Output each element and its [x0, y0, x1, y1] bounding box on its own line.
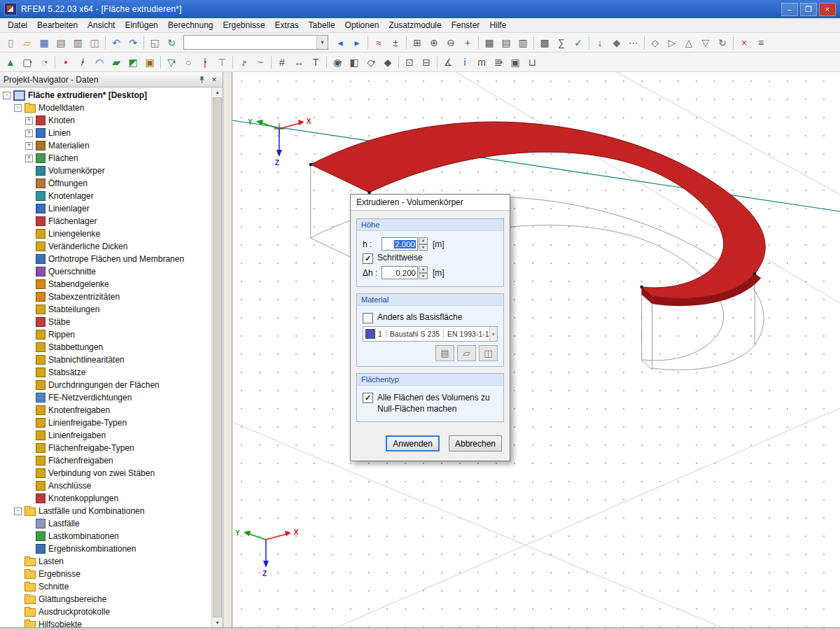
- tree-item-knotenkopplungen[interactable]: Knotenkopplungen: [0, 492, 211, 505]
- tree-item-schnitte[interactable]: Schnitte: [0, 580, 211, 593]
- tree-item-fe-netzverdichtungen[interactable]: FE-Netzverdichtungen: [0, 391, 211, 404]
- material-combobox[interactable]: 1 Baustahl S 235 EN 1993-1-1 ▾: [363, 326, 498, 342]
- expand-icon[interactable]: +: [25, 142, 33, 150]
- collapse-icon[interactable]: -: [14, 104, 22, 112]
- visibilities-button[interactable]: ◉▾: [329, 54, 346, 71]
- tree-item-flaechen[interactable]: +Flächen: [0, 152, 211, 164]
- isometric-view-button[interactable]: ◇: [647, 34, 664, 51]
- tree-item-linien[interactable]: +Linien: [0, 127, 211, 139]
- calculation-button[interactable]: ∑: [553, 34, 570, 51]
- copy-button[interactable]: ◫: [86, 34, 103, 51]
- menu-tabelle[interactable]: Tabelle: [304, 19, 340, 31]
- dialog-title[interactable]: Extrudieren - Volumenkörper: [351, 195, 510, 211]
- null-surfaces-checkbox[interactable]: Alle Flächen des Volumens zu Null-Fläche…: [363, 392, 498, 414]
- deselect-all-button[interactable]: ⊟: [418, 54, 435, 71]
- select-objects-button[interactable]: ▢▾: [19, 54, 36, 71]
- tree-item-stabnichtlinearitaeten[interactable]: Stabnichtlinearitäten: [0, 354, 211, 366]
- menu-ansicht[interactable]: Ansicht: [83, 19, 120, 31]
- tree-item-stabbettungen[interactable]: Stabbettungen: [0, 341, 211, 354]
- step-input[interactable]: 0.200: [382, 266, 418, 279]
- rotate-view-button[interactable]: ↻: [714, 34, 731, 51]
- maximize-view-button[interactable]: ⊔: [524, 54, 540, 71]
- tree-item-staebe[interactable]: Stäbe: [0, 316, 211, 328]
- tree-item-stabexzentrizitaeten[interactable]: Stabexzentrizitäten: [0, 290, 211, 303]
- tree-item-knotenlager[interactable]: Knotenlager: [0, 190, 211, 202]
- scroll-thumb[interactable]: [213, 97, 222, 617]
- insert-node-button[interactable]: •: [57, 54, 74, 71]
- tree-item-knoten[interactable]: +Knoten: [0, 114, 211, 127]
- apply-button[interactable]: Anwenden: [386, 435, 440, 451]
- view-in-z-button[interactable]: ▽: [697, 34, 714, 51]
- tree-item-glaettungsbereiche[interactable]: Glättungsbereiche: [0, 593, 211, 606]
- scroll-up-icon[interactable]: ▴: [216, 88, 218, 97]
- different-material-checkbox[interactable]: Anders als Basisfläche: [363, 312, 498, 323]
- insert-line-hinge-button[interactable]: ○: [180, 54, 197, 71]
- checkbox-icon[interactable]: [363, 253, 373, 264]
- checkbox-icon[interactable]: [363, 393, 373, 403]
- comment-button[interactable]: T: [307, 54, 324, 71]
- dimensioning-button[interactable]: ↔: [290, 54, 307, 71]
- height-input[interactable]: 2.000: [382, 237, 418, 251]
- dropdown-arrow-icon[interactable]: ▾: [29, 59, 32, 65]
- menu-hilfe[interactable]: Hilfe: [484, 19, 511, 31]
- tree-item-ergebniskombinationen[interactable]: Ergebniskombinationen: [0, 542, 211, 555]
- insert-surface-button[interactable]: ▰▾: [108, 54, 125, 71]
- tree-item-verbindung-von-zwei-staeben[interactable]: Verbindung von zwei Stäben: [0, 467, 211, 479]
- new-window-button[interactable]: ◱: [146, 34, 163, 51]
- zoom-window-button[interactable]: ⊞: [409, 34, 426, 51]
- tree-item-durchdringungen-der-flaechen[interactable]: Durchdringungen der Flächen: [0, 379, 211, 391]
- loadcase-combobox[interactable]: ▾: [183, 35, 328, 50]
- insert-line-button[interactable]: /▾: [74, 54, 91, 71]
- menu-extras[interactable]: Extras: [270, 19, 304, 31]
- tree-item-knotenfreigaben[interactable]: Knotenfreigaben: [0, 404, 211, 416]
- tree-item-lasten[interactable]: Lasten: [0, 555, 211, 568]
- dropdown-arrow-icon[interactable]: ▾: [500, 59, 503, 65]
- tree-scrollbar[interactable]: ▴ ▾: [211, 88, 223, 627]
- tree-item-rippen[interactable]: Rippen: [0, 328, 211, 341]
- view-in-y-button[interactable]: △: [680, 34, 697, 51]
- tree-item-stabsaetze[interactable]: Stabsätze: [0, 366, 211, 379]
- show-tables-button[interactable]: ▦: [481, 34, 498, 51]
- tree-item-ergebnisse[interactable]: Ergebnisse: [0, 568, 211, 580]
- print-preview-button[interactable]: ▥: [69, 34, 86, 51]
- insert-arc-button[interactable]: ◠: [91, 54, 108, 71]
- screenshot-button[interactable]: ▣: [507, 54, 524, 71]
- menu-einfuegen[interactable]: Einfügen: [120, 19, 162, 31]
- tree-item-orthotrope-flaechen-und-membranen[interactable]: Orthotrope Flächen und Membranen: [0, 253, 211, 265]
- dropdown-arrow-icon[interactable]: ▾: [204, 59, 207, 65]
- tree-item-flaechenlager[interactable]: Flächenlager: [0, 215, 211, 227]
- menu-zusatzmodule[interactable]: Zusatzmodule: [384, 19, 446, 31]
- result-values-button[interactable]: ±: [387, 34, 404, 51]
- expand-icon[interactable]: +: [25, 155, 33, 162]
- panel-splitter[interactable]: [223, 72, 232, 627]
- tree-item-flaeche-extrudieren-desktop[interactable]: -Fläche extrudieren* [Desktop]: [0, 89, 211, 102]
- tree-item-hilfsobjekte[interactable]: Hilfsobjekte: [0, 618, 211, 627]
- menu-ergebnisse[interactable]: Ergebnisse: [218, 19, 270, 31]
- spin-down-icon[interactable]: ▼: [419, 244, 428, 251]
- panel-close-icon[interactable]: ×: [209, 75, 219, 85]
- minimize-button[interactable]: –: [781, 3, 798, 16]
- collapse-icon[interactable]: -: [14, 507, 22, 515]
- tree-item-lastfaelle-und-kombinationen[interactable]: -Lastfälle und Kombinationen: [0, 505, 211, 517]
- dropdown-arrow-icon[interactable]: ▾: [82, 59, 85, 65]
- dropdown-arrow-icon[interactable]: ▾: [118, 59, 120, 65]
- grid-settings-button[interactable]: ⋯: [625, 34, 642, 51]
- insert-opening-button[interactable]: ▣: [141, 54, 158, 71]
- snap-settings-button[interactable]: ◆: [608, 34, 625, 51]
- height-spinner[interactable]: ▲ ▼: [419, 237, 428, 251]
- tree-item-lastkombinationen[interactable]: Lastkombinationen: [0, 530, 211, 542]
- material-new-button[interactable]: ▱: [457, 345, 476, 361]
- viewport-3d[interactable]: Y X Z Y X Z: [232, 72, 840, 627]
- regenerate-model-button[interactable]: ↻: [163, 34, 180, 51]
- pin-icon[interactable]: [198, 76, 206, 84]
- insert-load-button[interactable]: ↓▾: [235, 54, 252, 71]
- zoom-out-button[interactable]: ⊖: [442, 34, 459, 51]
- tree-item-linienfreigaben[interactable]: Linienfreigaben: [0, 429, 211, 442]
- maximize-button[interactable]: ❐: [800, 3, 817, 16]
- plausibility-check-button[interactable]: ✓: [570, 34, 587, 51]
- dropdown-arrow-icon[interactable]: ▾: [244, 59, 246, 65]
- cancel-button[interactable]: Abbrechen: [449, 435, 502, 451]
- wireframe-display-button[interactable]: ◇▾: [363, 54, 379, 71]
- tree-item-oeffnungen[interactable]: Öffnungen: [0, 177, 211, 190]
- tree-item-linienfreigabe-typen[interactable]: Linienfreigabe-Typen: [0, 416, 211, 429]
